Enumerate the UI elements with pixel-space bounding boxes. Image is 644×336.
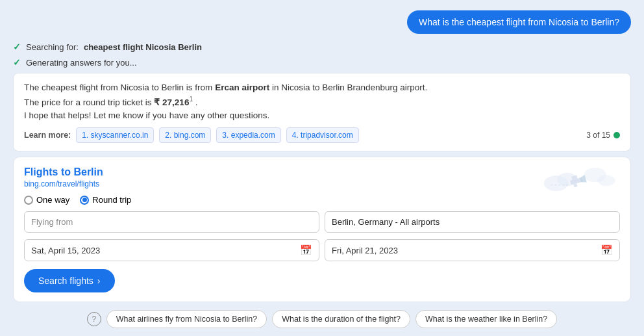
learn-more-row: Learn more: 1. skyscanner.co.in 2. bing.… (24, 127, 620, 143)
departure-date-text: Sat, April 15, 2023 (31, 246, 300, 255)
one-way-option[interactable]: One way (24, 195, 69, 205)
answer-text1: The cheapest flight from Nicosia to Berl… (24, 83, 215, 92)
check-icon-generate: ✓ (13, 57, 21, 68)
user-bubble-row: What is the cheapest flight from Nicosia… (13, 10, 631, 34)
flying-from-input[interactable] (24, 211, 319, 233)
check-icon-search: ✓ (13, 42, 21, 52)
user-bubble: What is the cheapest flight from Nicosia… (407, 10, 631, 34)
searching-prefix: Searching for: (26, 42, 79, 52)
generating-text: Generating answers for you... (26, 58, 137, 68)
learn-more-link-3[interactable]: 3. expedia.com (216, 127, 280, 143)
flights-card: Flights to Berlin bing.com/travel/flight… (13, 157, 631, 302)
return-date-text: Fri, April 21, 2023 (332, 246, 601, 255)
return-calendar-icon: 📅 (601, 244, 613, 256)
answer-price: ₹ 27,216 (154, 97, 189, 107)
chevron-right-icon: › (97, 276, 101, 286)
searching-status-row: ✓ Searching for: cheapest flight Nicosia… (13, 42, 631, 52)
suggestion-btn-2[interactable]: What is the duration of the flight? (272, 310, 410, 328)
learn-more-link-1[interactable]: 1. skyscanner.co.in (76, 127, 154, 143)
flights-card-source: bing.com/travel/flights (24, 179, 620, 188)
green-dot-icon (613, 132, 620, 138)
answer-paragraph-2: The price for a round trip ticket is ₹ 2… (24, 94, 620, 109)
search-flights-button[interactable]: Search flights › (24, 269, 115, 292)
inputs-row (24, 211, 620, 233)
learn-more-label: Learn more: (24, 129, 71, 142)
searching-query: cheapest flight Nicosia Berlin (84, 42, 202, 52)
destination-input[interactable] (325, 211, 620, 233)
svg-point-3 (597, 175, 615, 186)
trip-type-row: One way Round trip (24, 195, 620, 205)
learn-more-link-4[interactable]: 4. tripadvisor.com (286, 127, 359, 143)
departure-calendar-icon: 📅 (300, 244, 312, 256)
one-way-radio[interactable] (24, 196, 33, 205)
generating-status-row: ✓ Generating answers for you... (13, 57, 631, 68)
return-date-wrap[interactable]: Fri, April 21, 2023 📅 (325, 239, 620, 261)
answer-text3: The price for a round trip ticket is (24, 97, 154, 107)
round-trip-option[interactable]: Round trip (80, 195, 131, 205)
user-question-text: What is the cheapest flight from Nicosia… (419, 17, 619, 27)
learn-more-link-2[interactable]: 2. bing.com (159, 127, 211, 143)
info-icon[interactable]: ? (87, 312, 101, 326)
source-count: 3 of 15 (586, 129, 620, 141)
one-way-label: One way (36, 195, 69, 205)
answer-bold1: Ercan airport (215, 83, 269, 92)
flights-card-title: Flights to Berlin (24, 166, 620, 178)
answer-paragraph-1: The cheapest flight from Nicosia to Berl… (24, 81, 620, 94)
answer-text4: . (193, 97, 198, 107)
plane-decoration (539, 164, 617, 205)
suggestion-btn-1[interactable]: What airlines fly from Nicosia to Berlin… (106, 310, 267, 328)
answer-box: The cheapest flight from Nicosia to Berl… (13, 73, 631, 151)
bottom-suggestions-row: ? What airlines fly from Nicosia to Berl… (0, 310, 644, 328)
round-trip-radio[interactable] (80, 196, 89, 205)
suggestion-btn-3[interactable]: What is the weather like in Berlin? (415, 310, 557, 328)
round-trip-label: Round trip (92, 195, 131, 205)
answer-text2: in Nicosia to Berlin Brandenburg airport… (269, 83, 427, 92)
main-container: What is the cheapest flight from Nicosia… (0, 0, 644, 336)
departure-date-wrap[interactable]: Sat, April 15, 2023 📅 (24, 239, 319, 261)
dates-row: Sat, April 15, 2023 📅 Fri, April 21, 202… (24, 239, 620, 261)
search-flights-label: Search flights (38, 276, 93, 286)
answer-paragraph-3: I hope that helps! Let me know if you ha… (24, 109, 620, 122)
